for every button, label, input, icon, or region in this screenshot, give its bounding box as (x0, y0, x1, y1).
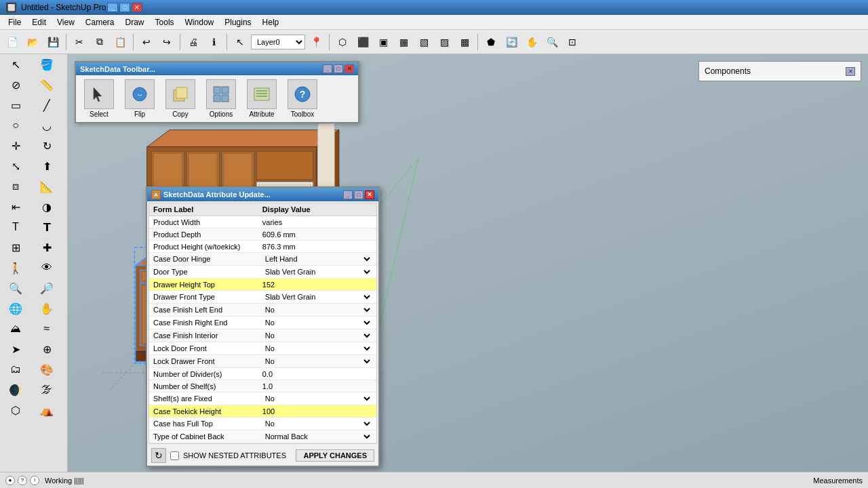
axes-tool-btn[interactable]: ✚ (31, 237, 62, 258)
line-tool-btn[interactable]: ╱ (31, 95, 62, 115)
cut-button[interactable]: ✂ (70, 33, 89, 52)
sandbox-tool-btn[interactable]: ⛰ (0, 319, 31, 339)
attr-value-cell[interactable]: Slab Vert Grain (258, 266, 376, 279)
table-row[interactable]: Case Finish Left EndNo (149, 304, 376, 317)
menu-tools[interactable]: Tools (150, 16, 180, 28)
sk-copy-tool[interactable]: Copy (161, 79, 199, 118)
sketchdata-maximize-btn[interactable]: □ (334, 64, 343, 73)
menu-plugins[interactable]: Plugins (219, 16, 256, 28)
measure-tool-btn[interactable]: 📏 (31, 75, 62, 95)
attr-value-select[interactable]: No (262, 419, 372, 428)
style-tool-btn[interactable]: 🎨 (31, 359, 62, 380)
attr-value-cell[interactable]: 876.3 mm (258, 241, 376, 253)
walkthrough-tool-btn[interactable]: 🚶 (0, 258, 31, 278)
print-button[interactable]: 🖨 (184, 33, 203, 52)
open-button[interactable]: 📂 (23, 33, 42, 52)
offset-tool-btn[interactable]: ⧈ (0, 176, 31, 197)
tape-tool-btn[interactable]: 📐 (31, 176, 62, 197)
menu-draw[interactable]: Draw (120, 16, 150, 28)
components-close-btn[interactable]: ✕ (846, 67, 855, 76)
table-row[interactable]: Case Finish InteriorNo (149, 329, 376, 342)
pan-btn[interactable]: ✋ (31, 298, 62, 319)
intersect-btn[interactable]: ⊕ (31, 339, 62, 359)
menu-file[interactable]: File (3, 16, 26, 28)
table-row[interactable]: Number of Shelf(s)1.0 (149, 380, 376, 392)
sketchdata-close-btn[interactable]: ✕ (344, 64, 354, 73)
3dtext-tool-btn[interactable]: 𝗧 (31, 217, 62, 237)
rotate-tool-btn[interactable]: ↻ (31, 136, 62, 156)
table-row[interactable]: Product Depth609.6 mm (149, 228, 376, 241)
top-view-button[interactable]: ⬛ (353, 33, 372, 52)
attr-value-cell[interactable]: Normal Back (258, 430, 376, 443)
right-view-button[interactable]: ▦ (394, 33, 413, 52)
attr-value-cell[interactable]: No (258, 317, 376, 329)
zoom-button[interactable]: 🔍 (542, 33, 561, 52)
attr-value-cell[interactable]: 0.0 (258, 368, 376, 380)
attr-value-cell[interactable]: varies (258, 216, 376, 228)
back-view-button[interactable]: ▨ (435, 33, 454, 52)
attr-minimize-btn[interactable]: _ (343, 190, 353, 199)
paste-button[interactable]: 📋 (111, 33, 130, 52)
orbit-btn[interactable]: 🌐 (0, 298, 31, 319)
redo-button[interactable]: ↪ (157, 33, 176, 52)
table-row[interactable]: Drawer Front TypeSlab Vert Grain (149, 291, 376, 304)
table-row[interactable]: Drawer Height Top152 (149, 279, 376, 291)
sk-select-tool[interactable]: Select (80, 79, 118, 118)
section-tool-btn[interactable]: ⊞ (0, 237, 31, 258)
attr-value-cell[interactable]: No (258, 355, 376, 368)
pushpull-tool-btn[interactable]: ⬆ (31, 156, 62, 176)
pan-button[interactable]: ✋ (522, 33, 541, 52)
attr-value-cell[interactable]: Left Hand (258, 253, 376, 266)
eraser-tool-btn[interactable]: ⊘ (0, 75, 31, 95)
attr-value-select[interactable]: No (262, 357, 372, 366)
lookaround-tool-btn[interactable]: 👁 (31, 258, 62, 278)
perspective-button[interactable]: ⬟ (481, 33, 500, 52)
circle-tool-btn[interactable]: ○ (0, 115, 31, 136)
save-button[interactable]: 💾 (43, 33, 62, 52)
menu-help[interactable]: Help (257, 16, 285, 28)
menu-edit[interactable]: Edit (26, 16, 52, 28)
table-row[interactable]: Type of Cabinet BackNormal Back (149, 430, 376, 443)
attr-value-cell[interactable]: 1.0 (258, 380, 376, 392)
select-tool[interactable]: ↖ (231, 33, 250, 52)
zoom-extents-button[interactable]: ⊡ (563, 33, 582, 52)
canvas-area[interactable]: Components ✕ SketchData Toolbar... _ □ ✕… (68, 54, 868, 472)
table-row[interactable]: Case Finish Right EndNo (149, 317, 376, 329)
attr-value-select[interactable]: No (262, 331, 372, 340)
protractor-tool-btn[interactable]: ◑ (31, 197, 62, 217)
sk-attribute-tool[interactable]: Attribute (243, 79, 281, 118)
minimize-button[interactable]: _ (107, 3, 118, 12)
text-tool-btn[interactable]: T (0, 217, 31, 237)
attr-value-select[interactable]: Slab Vert Grain (262, 292, 372, 302)
attribute-table-container[interactable]: Form Label Display Value Product Widthva… (149, 203, 377, 444)
close-button[interactable]: ✕ (132, 3, 142, 12)
new-button[interactable]: 📄 (3, 33, 22, 52)
info-button[interactable]: ℹ (204, 33, 223, 52)
sk-flip-icon[interactable]: ↔ (125, 79, 155, 109)
menu-view[interactable]: View (52, 16, 80, 28)
attr-close-btn[interactable]: ✕ (365, 190, 374, 199)
components-btn[interactable]: ⬡ (0, 400, 31, 420)
scale-tool-btn[interactable]: ⤡ (0, 156, 31, 176)
table-row[interactable]: Product Height (w/toekick)876.3 mm (149, 241, 376, 253)
table-row[interactable]: Number of Divider(s)0.0 (149, 368, 376, 380)
attr-value-select[interactable]: Slab Vert Grain (262, 267, 372, 277)
copy-button[interactable]: ⧉ (90, 33, 109, 52)
table-row[interactable]: Shelf(s) are FixedNo (149, 392, 376, 405)
attr-value-cell[interactable]: No (258, 304, 376, 317)
attr-value-cell[interactable]: 100 (258, 405, 376, 418)
attr-value-cell[interactable]: No (258, 392, 376, 405)
attr-value-cell[interactable]: 152 (258, 279, 376, 291)
attr-value-select[interactable]: No (262, 344, 372, 353)
attr-value-select[interactable]: No (262, 318, 372, 327)
smooth-tool-btn[interactable]: ≈ (31, 319, 62, 339)
table-row[interactable]: Lock Drawer FrontNo (149, 355, 376, 368)
attr-value-cell[interactable]: 609.6 mm (258, 228, 376, 241)
attr-value-select[interactable]: No (262, 394, 372, 403)
sk-copy-icon[interactable] (165, 79, 195, 109)
attr-value-select[interactable]: Normal Back (262, 432, 372, 441)
add-location-button[interactable]: 📍 (307, 33, 326, 52)
sk-flip-tool[interactable]: ↔ Flip (121, 79, 159, 118)
table-row[interactable]: Case Door HingeLeft Hand (149, 253, 376, 266)
refresh-button[interactable]: ↻ (151, 448, 166, 463)
